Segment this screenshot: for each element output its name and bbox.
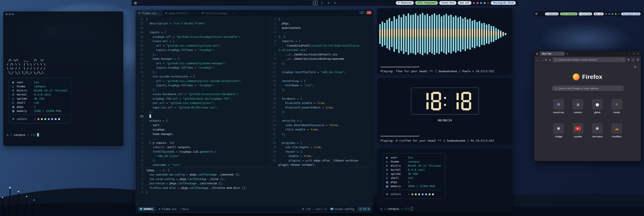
shortcut-github[interactable]: ●github [592, 99, 603, 114]
shortcut-amazon[interactable]: aamazon [572, 99, 583, 114]
url-placeholder: Search with Google or enter address [558, 58, 620, 61]
volume-icon[interactable]: ● [615, 13, 617, 15]
palette-dot [34, 118, 36, 120]
fetch-label: user [391, 156, 408, 159]
new-tab-button[interactable]: + [566, 52, 568, 55]
back-icon[interactable]: ← [536, 58, 539, 61]
workspace-tag-1[interactable]: 1 [578, 12, 582, 16]
firefox-tab-new-tab[interactable]: New Tab × [540, 52, 565, 56]
shell-prompt[interactable]: ⌂ → canopus ~ ))) [380, 207, 413, 210]
shortcut-chatgpt[interactable]: ❋chatgpt [553, 123, 564, 138]
firefox-window[interactable]: ▤ New Tab × + − □ × ← → ↻ ⌂ Search with … [534, 51, 641, 161]
workspace-tag-4[interactable]: 4 [594, 13, 598, 15]
wave-bar [396, 19, 397, 49]
terminal-fetch-left[interactable]: /\ \/\ ,__ /\ \/ / /\ \ \ | \ \ / \ \ \ … [3, 12, 123, 146]
url-bar[interactable]: Search with Google or enter address ☆ [552, 57, 626, 62]
workspace-tag-3[interactable]: 3 [589, 13, 592, 15]
account-icon[interactable]: ◯ [632, 58, 634, 61]
code-line: 14 }; [136, 52, 270, 57]
palette-icon: ❖ [386, 193, 391, 196]
forward-icon[interactable]: → [540, 58, 543, 61]
code-line: 9 ../../modules/nixos/desktop/awesome [270, 57, 373, 61]
visualizer-window[interactable]: ======================> Playing: ffee fo… [377, 8, 512, 74]
menu-icon[interactable]: ⊞ [134, 1, 137, 5]
maximize-icon[interactable]: □ [633, 52, 635, 55]
editor-tab-flake-nix[interactable]: ❄flake.nix× [136, 10, 162, 16]
code-line: 31 enable = true; [270, 154, 373, 158]
close-icon[interactable]: × [366, 11, 372, 14]
code-line: plugin thunar-volman]; [270, 163, 373, 167]
workspace-tag-2[interactable]: 2 [584, 13, 587, 15]
cloudflare-icon: ☁ [615, 126, 619, 131]
power-icon[interactable]: ◎ [618, 13, 620, 15]
workspace-tag-2[interactable]: 2 [320, 1, 324, 5]
newtab-search-input[interactable]: Search with Google or enter address [552, 85, 624, 91]
record-icon[interactable]: ● [605, 13, 607, 15]
shortcut-claude[interactable]: ✳claude [611, 99, 622, 114]
bluetooth-icon[interactable]: ● [476, 2, 478, 4]
editor-tab-hosts-isoImag-[interactable]: ❄hosts/isoImag...× [199, 10, 237, 16]
panel-toggle-icon[interactable]: ◫ [359, 11, 365, 14]
vim-mode-label: NORMAL [144, 207, 153, 210]
tab-close-icon[interactable]: × [562, 53, 563, 55]
window-buttons[interactable] [6, 13, 14, 15]
project-segment: nixos-config [330, 207, 354, 210]
bar-module-gpu: GPU: Integrated [415, 1, 438, 5]
network-icon[interactable]: ● [612, 13, 614, 15]
shell-prompt[interactable]: ⌂ → canopus ~ ))) [7, 133, 39, 136]
code-line: 10 }; [136, 70, 270, 74]
editor-pane-iso[interactable]: 1{2 pkgs,3 modulesPath,4 ...5}: {6 impor… [270, 16, 373, 167]
shortcut-chat-openai[interactable]: ❋chat.openai [592, 123, 603, 138]
workspace-tag-4[interactable]: 4 [333, 1, 337, 5]
editor-tabline: ❄flake.nix×❄pkgs/default...×❄hosts/isoIm… [136, 10, 373, 16]
wave-bar [481, 23, 482, 45]
firefox-logo [573, 74, 580, 80]
extensions-icon[interactable]: ❖ [627, 58, 630, 61]
shortcut-search-nixos[interactable]: ❄search.nixos [553, 99, 564, 114]
bar-module-home: Home: 8ms [439, 1, 456, 5]
wave-bar [379, 24, 381, 44]
neovim-window[interactable]: ❄flake.nix×❄pkgs/default...×❄hosts/isoIm… [136, 10, 373, 213]
chatgpt-tile: ❋ [553, 123, 564, 134]
tab-close-icon[interactable]: × [194, 12, 196, 15]
bluetooth-icon[interactable]: ● [608, 13, 610, 15]
tab-close-icon[interactable]: × [233, 12, 234, 15]
shortcut-youtube[interactable]: ▶youtube [572, 123, 583, 138]
gear-icon[interactable]: ⚙ [634, 65, 636, 69]
fetch-value: 6.9.8-zen1 [34, 93, 51, 96]
palette-dot [48, 118, 50, 120]
wave-bar [415, 13, 416, 55]
power-icon[interactable]: ◎ [487, 2, 489, 4]
tab-close-icon[interactable]: × [158, 12, 160, 15]
prompt-chevrons: ))) [30, 133, 36, 136]
editor-pane-pkgs[interactable]: 1{pkgs, ...}: {2 tux-awesome-wm-config =… [136, 167, 373, 206]
fetch-value: 2185 | 15394 MiB [34, 109, 61, 113]
minimize-icon[interactable]: − [629, 52, 630, 55]
reload-icon[interactable]: ↻ [545, 58, 547, 61]
amazon-icon: a [577, 102, 579, 107]
youtube-icon: ▶ [575, 127, 581, 130]
firefox-view-icon[interactable]: ▤ [536, 52, 538, 55]
network-icon[interactable]: ● [480, 2, 482, 4]
terminal-fetch-right[interactable]: ◆usertux⌂hnamecanopus❄distroNixOS 24.11 … [377, 148, 512, 212]
nix-icon: ❄ [138, 12, 140, 15]
shortcut-label: search.nixos [553, 111, 564, 114]
menu-icon[interactable]: ⊞ [535, 12, 538, 15]
volume-icon[interactable]: ● [484, 2, 486, 4]
editor-tab-pkgs-default-[interactable]: ❄pkgs/default...× [162, 10, 199, 16]
workspace-tag-3[interactable]: 3 [326, 1, 330, 5]
vim-mode-icon [140, 208, 142, 210]
clock-window[interactable]: 08/08/24 ======================> Playing… [377, 78, 512, 144]
fetch-row-user: ◆usertux [12, 80, 68, 84]
bookmark-star-icon[interactable]: ☆ [622, 58, 624, 61]
record-icon[interactable]: ● [473, 2, 475, 4]
shortcut-cloudflare[interactable]: ☁cloudflare [611, 123, 622, 138]
editor-pane-flake[interactable]: 22{21 description = "tux's NixOS Flake";… [136, 16, 270, 167]
close-icon[interactable]: × [638, 52, 639, 55]
wave-bar [412, 15, 414, 54]
home-icon[interactable]: ⌂ [549, 58, 551, 61]
hostname-icon: ⌂ [12, 85, 17, 88]
workspace-tag-1[interactable]: 1 [313, 1, 318, 5]
menu-icon[interactable]: ☰ [637, 58, 639, 61]
fetch-row-kernel: ⚙kernel6.9.8-zen1 [386, 168, 442, 172]
